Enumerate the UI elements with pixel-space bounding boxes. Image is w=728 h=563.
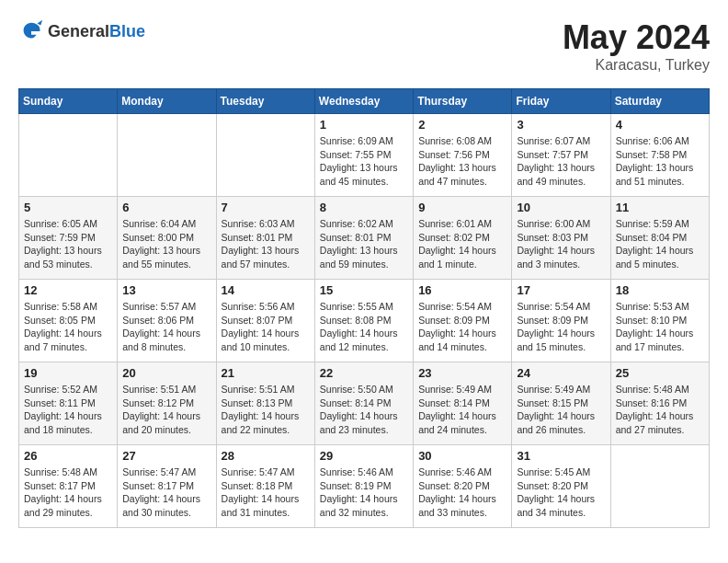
calendar-cell: 24Sunrise: 5:49 AM Sunset: 8:15 PM Dayli… [512,362,610,445]
calendar-title: May 2024 [563,18,710,57]
calendar-cell: 16Sunrise: 5:54 AM Sunset: 8:09 PM Dayli… [414,280,512,362]
calendar-week-1: 1Sunrise: 6:09 AM Sunset: 7:55 PM Daylig… [19,114,710,197]
day-number: 23 [418,366,506,380]
day-number: 7 [222,201,310,214]
day-info: Sunrise: 5:45 AM Sunset: 8:20 PM Dayligh… [517,465,605,520]
logo-text-blue: Blue [109,22,145,40]
day-info: Sunrise: 6:03 AM Sunset: 8:01 PM Dayligh… [222,217,310,271]
calendar-cell: 29Sunrise: 5:46 AM Sunset: 8:19 PM Dayli… [314,445,413,528]
calendar-table: SundayMondayTuesdayWednesdayThursdayFrid… [18,88,710,528]
calendar-week-2: 5Sunrise: 6:05 AM Sunset: 7:59 PM Daylig… [19,197,710,280]
day-info: Sunrise: 5:55 AM Sunset: 8:08 PM Dayligh… [320,300,408,354]
calendar-cell [216,114,314,197]
calendar-cell [118,114,216,197]
calendar-cell: 20Sunrise: 5:51 AM Sunset: 8:12 PM Dayli… [118,362,216,445]
calendar-cell: 23Sunrise: 5:49 AM Sunset: 8:14 PM Dayli… [414,362,512,445]
weekday-header-sunday: Sunday [19,89,118,114]
calendar-cell: 17Sunrise: 5:54 AM Sunset: 8:09 PM Dayli… [512,280,610,362]
calendar-cell: 15Sunrise: 5:55 AM Sunset: 8:08 PM Dayli… [314,280,413,362]
calendar-location: Karacasu, Turkey [563,57,710,74]
calendar-cell: 1Sunrise: 6:09 AM Sunset: 7:55 PM Daylig… [314,114,413,197]
day-info: Sunrise: 5:47 AM Sunset: 8:18 PM Dayligh… [222,465,310,520]
weekday-header-thursday: Thursday [414,89,512,114]
day-number: 1 [320,118,408,132]
weekday-header-row: SundayMondayTuesdayWednesdayThursdayFrid… [19,89,710,114]
day-info: Sunrise: 5:46 AM Sunset: 8:19 PM Dayligh… [320,465,408,520]
day-number: 29 [320,449,408,463]
calendar-cell: 13Sunrise: 5:57 AM Sunset: 8:06 PM Dayli… [118,280,216,362]
day-number: 2 [418,118,506,132]
day-number: 20 [122,366,210,380]
day-number: 4 [616,118,704,132]
calendar-cell: 10Sunrise: 6:00 AM Sunset: 8:03 PM Dayli… [512,197,610,280]
day-info: Sunrise: 5:59 AM Sunset: 8:04 PM Dayligh… [616,217,704,271]
calendar-cell: 25Sunrise: 5:48 AM Sunset: 8:16 PM Dayli… [610,362,709,445]
day-number: 6 [122,201,210,214]
weekday-header-wednesday: Wednesday [314,89,413,114]
day-info: Sunrise: 5:49 AM Sunset: 8:14 PM Dayligh… [418,383,506,437]
weekday-header-saturday: Saturday [610,89,709,114]
day-info: Sunrise: 5:51 AM Sunset: 8:13 PM Dayligh… [222,383,310,437]
day-info: Sunrise: 6:09 AM Sunset: 7:55 PM Dayligh… [320,134,408,189]
calendar-header: SundayMondayTuesdayWednesdayThursdayFrid… [19,89,710,114]
day-number: 31 [517,449,605,463]
day-info: Sunrise: 5:54 AM Sunset: 8:09 PM Dayligh… [418,300,506,354]
calendar-cell: 11Sunrise: 5:59 AM Sunset: 8:04 PM Dayli… [610,197,709,280]
calendar-cell: 18Sunrise: 5:53 AM Sunset: 8:10 PM Dayli… [610,280,709,362]
weekday-header-friday: Friday [512,89,610,114]
title-block: May 2024 Karacasu, Turkey [563,18,710,74]
day-info: Sunrise: 5:52 AM Sunset: 8:11 PM Dayligh… [24,383,112,437]
calendar-cell: 2Sunrise: 6:08 AM Sunset: 7:56 PM Daylig… [414,114,512,197]
day-info: Sunrise: 6:04 AM Sunset: 8:00 PM Dayligh… [122,217,210,271]
day-info: Sunrise: 6:06 AM Sunset: 7:58 PM Dayligh… [616,134,704,189]
weekday-header-monday: Monday [118,89,216,114]
calendar-cell: 3Sunrise: 6:07 AM Sunset: 7:57 PM Daylig… [512,114,610,197]
calendar-cell: 5Sunrise: 6:05 AM Sunset: 7:59 PM Daylig… [19,197,118,280]
day-info: Sunrise: 6:07 AM Sunset: 7:57 PM Dayligh… [517,134,605,189]
calendar-cell: 9Sunrise: 6:01 AM Sunset: 8:02 PM Daylig… [414,197,512,280]
calendar-cell: 14Sunrise: 5:56 AM Sunset: 8:07 PM Dayli… [216,280,314,362]
calendar-cell: 19Sunrise: 5:52 AM Sunset: 8:11 PM Dayli… [19,362,118,445]
day-number: 18 [616,283,704,297]
logo-text-general: General [48,22,109,40]
calendar-cell [610,445,709,528]
day-info: Sunrise: 6:00 AM Sunset: 8:03 PM Dayligh… [517,217,605,271]
day-info: Sunrise: 5:46 AM Sunset: 8:20 PM Dayligh… [418,465,506,520]
calendar-cell: 27Sunrise: 5:47 AM Sunset: 8:17 PM Dayli… [118,445,216,528]
day-number: 15 [320,283,408,297]
day-info: Sunrise: 6:02 AM Sunset: 8:01 PM Dayligh… [320,217,408,271]
day-info: Sunrise: 5:50 AM Sunset: 8:14 PM Dayligh… [320,383,408,437]
day-number: 28 [222,449,310,463]
day-number: 17 [517,283,605,297]
day-info: Sunrise: 6:05 AM Sunset: 7:59 PM Dayligh… [24,217,112,271]
day-info: Sunrise: 5:47 AM Sunset: 8:17 PM Dayligh… [122,465,210,520]
calendar-cell: 21Sunrise: 5:51 AM Sunset: 8:13 PM Dayli… [216,362,314,445]
day-number: 21 [222,366,310,380]
day-number: 3 [517,118,605,132]
calendar-body: 1Sunrise: 6:09 AM Sunset: 7:55 PM Daylig… [19,114,710,528]
calendar-week-4: 19Sunrise: 5:52 AM Sunset: 8:11 PM Dayli… [19,362,710,445]
day-number: 22 [320,366,408,380]
calendar-cell: 4Sunrise: 6:06 AM Sunset: 7:58 PM Daylig… [610,114,709,197]
day-number: 26 [24,449,112,463]
day-number: 19 [24,366,112,380]
day-info: Sunrise: 6:01 AM Sunset: 8:02 PM Dayligh… [418,217,506,271]
page-header: GeneralBlue May 2024 Karacasu, Turkey [18,18,710,74]
day-info: Sunrise: 5:56 AM Sunset: 8:07 PM Dayligh… [222,300,310,354]
day-number: 25 [616,366,704,380]
day-info: Sunrise: 5:48 AM Sunset: 8:16 PM Dayligh… [616,383,704,437]
day-info: Sunrise: 5:57 AM Sunset: 8:06 PM Dayligh… [122,300,210,354]
calendar-cell: 26Sunrise: 5:48 AM Sunset: 8:17 PM Dayli… [19,445,118,528]
day-info: Sunrise: 6:08 AM Sunset: 7:56 PM Dayligh… [418,134,506,189]
day-number: 8 [320,201,408,214]
day-number: 13 [122,283,210,297]
calendar-cell: 22Sunrise: 5:50 AM Sunset: 8:14 PM Dayli… [314,362,413,445]
day-number: 12 [24,283,112,297]
day-number: 11 [616,201,704,214]
day-number: 14 [222,283,310,297]
day-info: Sunrise: 5:58 AM Sunset: 8:05 PM Dayligh… [24,300,112,354]
day-number: 9 [418,201,506,214]
calendar-cell: 6Sunrise: 6:04 AM Sunset: 8:00 PM Daylig… [118,197,216,280]
day-number: 5 [24,201,112,214]
weekday-header-tuesday: Tuesday [216,89,314,114]
